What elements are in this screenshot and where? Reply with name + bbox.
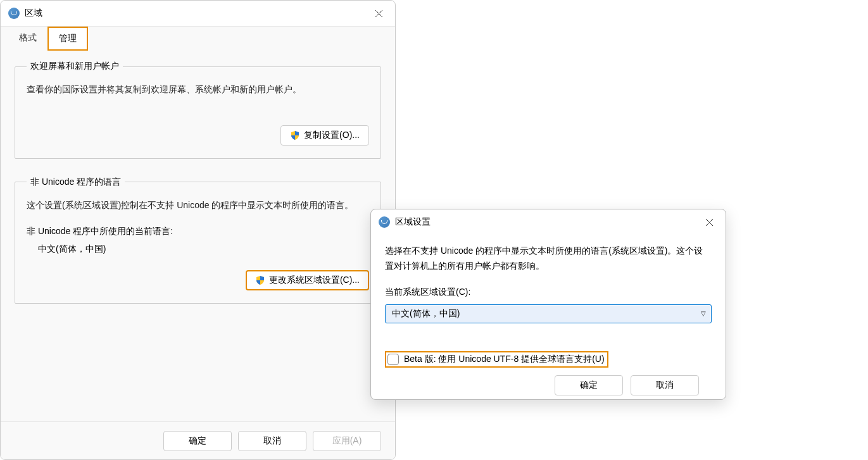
system-locale-combo[interactable]: 中文(简体，中国) ▽: [385, 304, 712, 323]
checkbox-box[interactable]: [387, 354, 399, 365]
current-lang-label: 非 Unicode 程序中所使用的当前语言:: [27, 226, 369, 237]
tab-panel-admin: 欢迎屏幕和新用户帐户 查看你的国际设置并将其复制到欢迎屏幕、系统帐户和新的用户帐…: [1, 51, 395, 422]
welcome-group: 欢迎屏幕和新用户帐户 查看你的国际设置并将其复制到欢迎屏幕、系统帐户和新的用户帐…: [15, 61, 381, 159]
close-button[interactable]: [365, 4, 393, 23]
tabs: 格式 管理: [1, 26, 395, 51]
titlebar[interactable]: 区域设置: [371, 209, 726, 235]
locale-settings-dialog: 区域设置 选择在不支持 Unicode 的程序中显示文本时所使用的语言(系统区域…: [370, 209, 726, 400]
dialog-footer: 确定 取消: [385, 368, 712, 395]
uac-shield-icon: [255, 275, 265, 285]
apply-button: 应用(A): [313, 431, 381, 451]
tab-format[interactable]: 格式: [8, 27, 47, 51]
copy-settings-label: 复制设置(O)...: [304, 130, 360, 141]
info-text: 选择在不支持 Unicode 的程序中显示文本时所使用的语言(系统区域设置)。这…: [385, 244, 712, 274]
dialog-body: 选择在不支持 Unicode 的程序中显示文本时所使用的语言(系统区域设置)。这…: [371, 235, 726, 400]
close-icon: [705, 218, 714, 227]
window-title: 区域设置: [395, 216, 695, 228]
tab-admin[interactable]: 管理: [47, 27, 88, 51]
chevron-down-icon: ▽: [701, 310, 706, 317]
welcome-desc: 查看你的国际设置并将其复制到欢迎屏幕、系统帐户和新的用户帐户。: [27, 82, 369, 97]
globe-icon: [379, 216, 390, 228]
close-icon: [375, 9, 383, 18]
region-dialog: 区域 格式 管理 欢迎屏幕和新用户帐户 查看你的国际设置并将其复制到欢迎屏幕、系…: [0, 0, 396, 460]
nonunicode-desc: 这个设置(系统区域设置)控制在不支持 Unicode 的程序中显示文本时所使用的…: [27, 198, 369, 213]
cancel-button[interactable]: 取消: [631, 375, 699, 395]
combo-value: 中文(简体，中国): [392, 308, 460, 320]
change-locale-button[interactable]: 更改系统区域设置(C)...: [246, 270, 369, 290]
cancel-button[interactable]: 取消: [238, 431, 306, 451]
current-lang-value: 中文(简体，中国): [38, 244, 369, 255]
globe-icon: [8, 8, 20, 19]
copy-settings-button[interactable]: 复制设置(O)...: [280, 125, 369, 146]
utf8-beta-checkbox-row[interactable]: Beta 版: 使用 Unicode UTF-8 提供全球语言支持(U): [385, 351, 608, 368]
welcome-legend: 欢迎屏幕和新用户帐户: [27, 61, 123, 72]
titlebar[interactable]: 区域: [1, 1, 395, 26]
close-button[interactable]: [695, 213, 723, 232]
nonunicode-legend: 非 Unicode 程序的语言: [27, 177, 125, 188]
dialog-footer: 确定 取消 应用(A): [1, 421, 395, 459]
combo-label: 当前系统区域设置(C):: [385, 287, 712, 298]
checkbox-label: Beta 版: 使用 Unicode UTF-8 提供全球语言支持(U): [404, 354, 605, 365]
uac-shield-icon: [290, 130, 300, 140]
ok-button[interactable]: 确定: [555, 375, 623, 395]
ok-button[interactable]: 确定: [163, 431, 232, 451]
window-title: 区域: [25, 8, 365, 19]
nonunicode-group: 非 Unicode 程序的语言 这个设置(系统区域设置)控制在不支持 Unico…: [15, 177, 381, 304]
change-locale-label: 更改系统区域设置(C)...: [269, 275, 360, 286]
